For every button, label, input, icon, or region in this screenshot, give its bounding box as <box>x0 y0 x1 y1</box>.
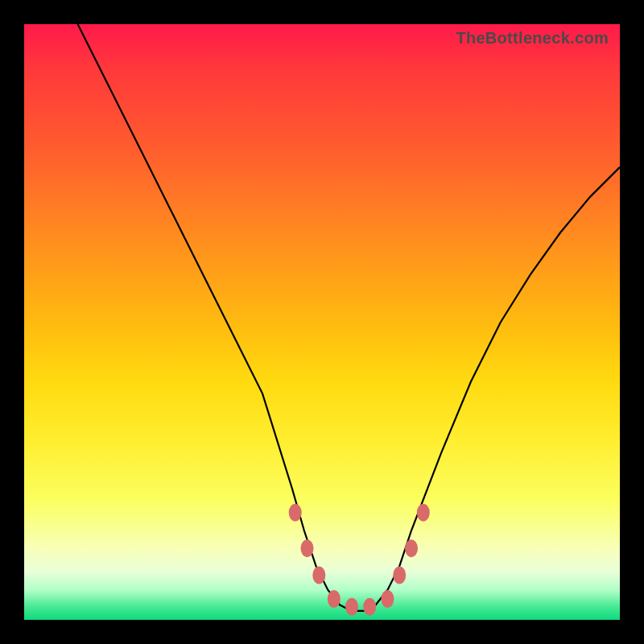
marker-dot <box>312 567 325 584</box>
marker-dot <box>345 598 358 616</box>
marker-dot <box>363 598 376 616</box>
bottleneck-curve <box>24 24 620 620</box>
marker-dot <box>381 590 394 608</box>
marker-dot <box>301 539 314 557</box>
curve-line <box>78 24 620 611</box>
marker-dot <box>328 590 341 608</box>
marker-dot <box>289 504 302 522</box>
plot-area: TheBottleneck.com <box>24 24 620 620</box>
marker-dot <box>405 539 418 557</box>
marker-dot <box>417 504 430 522</box>
marker-dot <box>393 567 406 584</box>
marker-dots <box>289 504 430 616</box>
chart-frame: TheBottleneck.com <box>0 0 644 644</box>
